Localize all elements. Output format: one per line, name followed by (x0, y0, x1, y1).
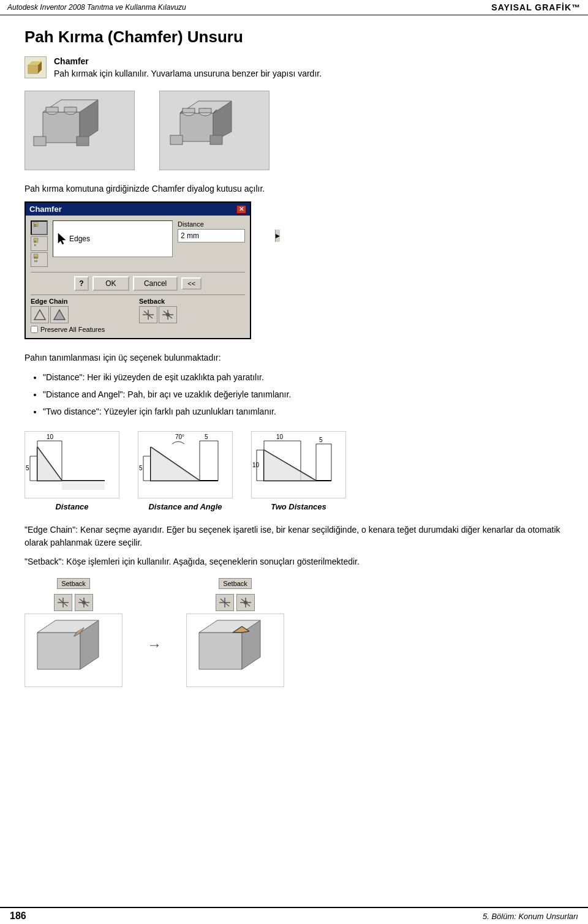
setback-icon-2 (161, 309, 175, 321)
dialog-right-column: Distance ▶ (178, 220, 245, 242)
distance-mode-btn[interactable]: D (31, 220, 48, 235)
distance-icon: D (33, 222, 45, 234)
svg-text:D2: D2 (34, 260, 38, 263)
header-brand: SAYISAL GRAFİK™ (491, 2, 581, 12)
dialog-buttons-row: ? OK Cancel << (31, 276, 245, 291)
edge-chain-label: Edge Chain (31, 298, 137, 305)
dialog-caption-text: Pah kırma komutuna girdiğinizde Chamfer … (24, 182, 564, 195)
diagram-distance-angle-box: 70° 5 5 (138, 431, 233, 498)
setback-result-svg-1 (25, 614, 120, 685)
caption-distance: Distance (55, 502, 88, 511)
distance-arrow-button[interactable]: ▶ (275, 230, 280, 242)
setback-mode-icon-2a (218, 596, 232, 609)
svg-text:10: 10 (276, 434, 284, 440)
model-before (24, 91, 135, 170)
svg-rect-12 (64, 107, 77, 112)
edges-select-area[interactable]: Edges (53, 220, 173, 257)
dialog-top-section: D D R (31, 220, 245, 267)
dialog-help-button[interactable]: ? (74, 276, 89, 291)
edge-chain-description: "Edge Chain": Kenar seçme ayarıdır. Eğer… (24, 524, 564, 549)
distance-angle-mode-btn[interactable]: D R (31, 236, 48, 251)
preserve-features-checkbox[interactable] (31, 326, 38, 333)
svg-marker-51 (37, 447, 62, 481)
diagram-two-distances: 10 5 10 (251, 431, 346, 511)
model-before-svg (31, 94, 129, 167)
svg-text:10: 10 (252, 462, 260, 468)
dialog-center-column: Edges (53, 220, 173, 257)
dialog-ok-button[interactable]: OK (92, 276, 129, 291)
edge-chain-btn-1[interactable] (31, 306, 49, 323)
dialog-separator-2 (31, 295, 245, 295)
setback-arrow: → (147, 636, 162, 653)
svg-marker-13 (180, 113, 213, 141)
svg-text:D: D (34, 223, 37, 227)
svg-point-98 (244, 601, 247, 604)
edge-chain-icon-1 (33, 309, 47, 321)
setback-diagram-2: Setback (186, 578, 284, 687)
dialog-close-button[interactable]: ✕ (236, 205, 246, 214)
edge-chain-setback-row: Edge Chain (31, 298, 245, 323)
edge-chain-icons (31, 306, 137, 323)
svg-text:70°: 70° (175, 434, 184, 440)
setback-result-svg-2 (187, 614, 282, 685)
preserve-features-row: Preserve All Features (31, 326, 245, 333)
edge-chain-icon-2 (53, 309, 66, 321)
model-after-svg (165, 94, 263, 167)
setback-mode-btn-2b[interactable] (236, 594, 255, 611)
svg-marker-1 (28, 65, 38, 73)
distance-input[interactable] (178, 231, 275, 240)
dialog-titlebar: Chamfer ✕ (26, 203, 250, 216)
header-title: Autodesk Inventor 2008 Tanıtma ve Kullan… (7, 3, 186, 12)
setback-mode-icon-2b (239, 596, 252, 609)
svg-marker-63 (151, 447, 200, 481)
bullet-distance: "Distance": Her iki yüzeyden de eşit uza… (43, 370, 564, 385)
edge-chain-btn-2[interactable] (50, 306, 69, 323)
page-title: Pah Kırma (Chamfer) Unsuru (24, 28, 564, 47)
svg-marker-34 (54, 310, 65, 320)
svg-marker-33 (34, 310, 45, 320)
diagram-distance-box: 10 5 (24, 431, 119, 498)
preserve-features-label: Preserve All Features (40, 326, 105, 333)
svg-marker-77 (264, 450, 316, 481)
setback-mode-icon-1a (56, 596, 70, 609)
dialog-expand-button[interactable]: << (181, 277, 202, 290)
svg-marker-85 (37, 633, 80, 669)
setback-btn-2[interactable] (159, 306, 177, 323)
distance-angle-icon: D R (33, 238, 45, 250)
distance-angle-svg: 70° 5 5 (138, 432, 233, 498)
setback-icon-1 (141, 309, 155, 321)
svg-text:D1: D1 (34, 256, 38, 259)
footer-page-number: 186 (10, 911, 26, 922)
svg-text:5: 5 (205, 434, 208, 440)
cursor-icon (56, 232, 69, 246)
chamfer-intro-section: Chamfer Pah kırmak için kullanılır. Yuva… (24, 56, 564, 78)
svg-rect-22 (183, 108, 195, 113)
setback-mode-btn-1b[interactable] (75, 594, 93, 611)
two-distance-mode-btn[interactable]: D1 D2 (31, 252, 48, 267)
setback-btn-1[interactable] (139, 306, 157, 323)
svg-marker-99 (199, 633, 242, 669)
setback-icon-buttons-2 (216, 594, 255, 611)
setback-mode-btn-1a[interactable] (54, 594, 72, 611)
setback-icon-buttons-1 (54, 594, 93, 611)
distance-input-row: ▶ (178, 229, 245, 242)
edges-label: Edges (69, 235, 90, 243)
svg-text:10: 10 (47, 434, 54, 440)
setback-label: Setback (139, 298, 245, 305)
svg-rect-7 (34, 137, 46, 146)
page-footer: 186 5. Bölüm: Konum Unsurları (0, 907, 588, 924)
diagram-distance-angle: 70° 5 5 Distanc (138, 431, 233, 511)
svg-rect-23 (199, 108, 211, 113)
dialog-cancel-button[interactable]: Cancel (133, 276, 178, 291)
setback-label-1: Setback (57, 578, 90, 589)
dialog-icons-column: D D R (31, 220, 48, 267)
model-after (159, 91, 270, 170)
diagrams-row: 10 5 Distance (24, 431, 564, 511)
two-distances-svg: 10 5 10 (252, 432, 346, 498)
setback-mode-btn-2a[interactable] (216, 594, 234, 611)
setback-mode-icon-1b (77, 596, 91, 609)
svg-text:R: R (34, 244, 36, 247)
feature-bullets: "Distance": Her iki yüzeyden de eşit uza… (43, 370, 564, 419)
diagram-two-distances-box: 10 5 10 (251, 431, 346, 498)
page-header: Autodesk Inventor 2008 Tanıtma ve Kullan… (0, 0, 588, 15)
